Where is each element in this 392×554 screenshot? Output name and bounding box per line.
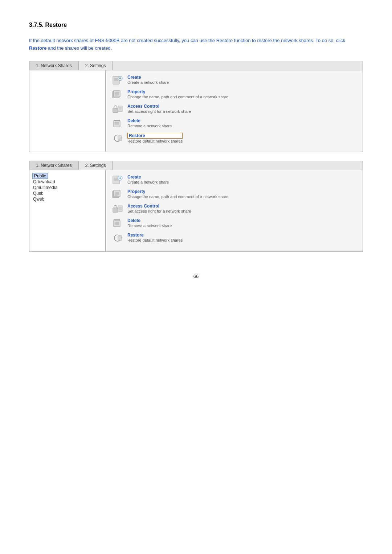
menu-text-delete-1: Delete Remove a network share <box>127 118 172 128</box>
tab-row-1: 1. Network Shares 2. Settings <box>29 61 363 70</box>
menu-desc-access-control-2: Set access right for a network share <box>127 209 191 213</box>
share-item-qmultimedia[interactable]: Qmultimedia <box>32 185 102 190</box>
menu-desc-delete-1: Remove a network share <box>127 124 172 128</box>
tab-settings-1[interactable]: 2. Settings <box>79 61 113 70</box>
intro-paragraph: If the default network shares of FNS-500… <box>29 37 363 52</box>
intro-text-after: and the shares will be created. <box>46 45 112 51</box>
create-icon <box>111 75 124 86</box>
restore-icon <box>111 133 124 144</box>
menu-item-restore-1: Restore Restore default network shares <box>111 133 357 144</box>
access-control-icon <box>111 104 124 115</box>
menu-item-create-2: Create Create a network share <box>111 175 357 185</box>
page-number: 66 <box>29 274 363 279</box>
svg-rect-41 <box>113 208 118 212</box>
menu-item-delete-1: Delete Remove a network share <box>111 118 357 129</box>
menu-text-create-1: Create Create a network share <box>127 75 169 85</box>
share-item-qweb[interactable]: Qweb <box>32 196 102 202</box>
settings-pane-2: Create Create a network share <box>106 170 363 251</box>
menu-item-delete-2: Delete Remove a network share <box>111 218 357 229</box>
menu-desc-restore-2: Restore default network shares <box>127 238 183 242</box>
shares-pane-2: Public Qdownload Qmultimedia Qusb Qweb <box>29 170 106 251</box>
menu-label-property-1[interactable]: Property <box>127 89 228 94</box>
share-item-qusb[interactable]: Qusb <box>32 190 102 196</box>
menu-label-access-control-2[interactable]: Access Control <box>127 204 191 209</box>
menu-text-delete-2: Delete Remove a network share <box>127 218 172 228</box>
panel-1: 1. Network Shares 2. Settings <box>29 61 363 152</box>
menu-desc-delete-2: Remove a network share <box>127 223 172 228</box>
menu-desc-property-2: Change the name, path and comment of a n… <box>127 194 228 199</box>
menu-desc-restore-1: Restore default network shares <box>127 139 183 143</box>
menu-item-restore-2: Restore Restore default network shares <box>111 233 357 243</box>
menu-item-access-control-1: Access Control Set access right for a ne… <box>111 104 357 115</box>
tab-row-2: 1. Network Shares 2. Settings <box>29 161 363 170</box>
menu-label-restore-2[interactable]: Restore <box>127 233 183 238</box>
panel-2-body: Public Qdownload Qmultimedia Qusb Qweb <box>29 170 363 251</box>
menu-text-restore-2: Restore Restore default network shares <box>127 233 183 242</box>
svg-rect-13 <box>113 108 118 112</box>
menu-text-restore-1: Restore Restore default network shares <box>127 133 183 143</box>
tab-settings-2[interactable]: 2. Settings <box>79 161 113 170</box>
tab-network-shares-1[interactable]: 1. Network Shares <box>29 61 79 70</box>
menu-text-create-2: Create Create a network share <box>127 175 169 184</box>
property-icon <box>111 89 124 100</box>
tab-network-shares-2[interactable]: 1. Network Shares <box>29 161 79 170</box>
settings-pane-1: Create Create a network share <box>106 70 363 152</box>
restore-icon-2 <box>111 233 124 243</box>
intro-text-before: If the default network shares of FNS-500… <box>29 38 345 43</box>
create-icon-2 <box>111 175 124 185</box>
menu-label-create-1[interactable]: Create <box>127 75 169 80</box>
property-icon-2 <box>111 189 124 200</box>
menu-label-delete-1[interactable]: Delete <box>127 118 172 123</box>
share-item-public[interactable]: Public <box>32 173 48 179</box>
menu-label-access-control-1[interactable]: Access Control <box>127 104 191 109</box>
menu-item-property-2: Property Change the name, path and comme… <box>111 189 357 200</box>
menu-text-property-2: Property Change the name, path and comme… <box>127 189 228 199</box>
share-item-qdownload[interactable]: Qdownload <box>32 179 102 185</box>
delete-icon <box>111 118 124 129</box>
menu-item-property-1: Property Change the name, path and comme… <box>111 89 357 100</box>
menu-label-create-2[interactable]: Create <box>127 175 169 180</box>
delete-icon-2 <box>111 218 124 229</box>
shares-pane-1 <box>29 70 106 152</box>
panel-1-body: Create Create a network share <box>29 70 363 152</box>
section-heading: 3.7.5. Restore <box>29 22 363 28</box>
menu-text-access-control-2: Access Control Set access right for a ne… <box>127 204 191 213</box>
menu-item-access-control-2: Access Control Set access right for a ne… <box>111 204 357 214</box>
menu-text-property-1: Property Change the name, path and comme… <box>127 89 228 99</box>
menu-label-delete-2[interactable]: Delete <box>127 218 172 223</box>
access-control-icon-2 <box>111 204 124 214</box>
menu-text-access-control-1: Access Control Set access right for a ne… <box>127 104 191 114</box>
menu-desc-access-control-1: Set access right for a network share <box>127 109 191 114</box>
menu-desc-create-1: Create a network share <box>127 80 169 85</box>
menu-label-property-2[interactable]: Property <box>127 189 228 194</box>
panel-2: 1. Network Shares 2. Settings Public Qdo… <box>29 161 363 252</box>
menu-label-restore-1[interactable]: Restore <box>127 133 183 139</box>
intro-bold: Restore <box>29 45 46 51</box>
menu-desc-property-1: Change the name, path and comment of a n… <box>127 95 228 99</box>
menu-desc-create-2: Create a network share <box>127 180 169 184</box>
menu-item-create-1: Create Create a network share <box>111 75 357 86</box>
